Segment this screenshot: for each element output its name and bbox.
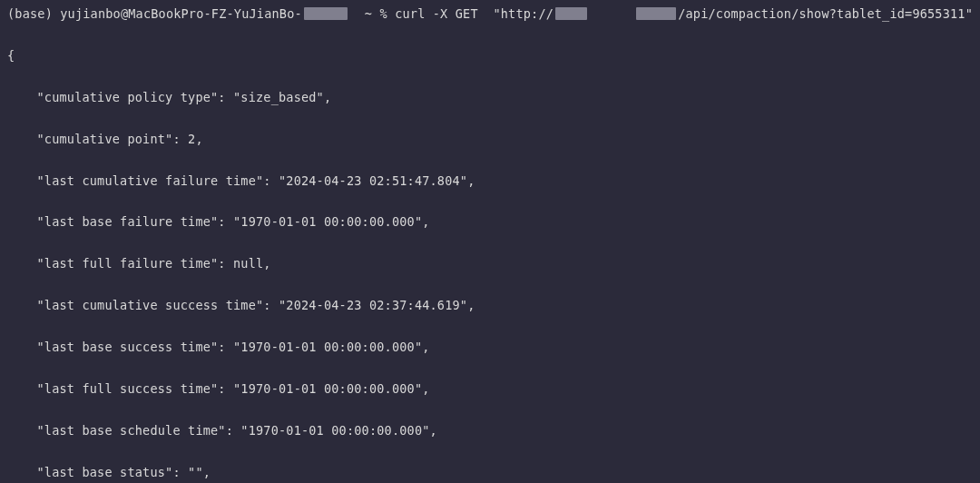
user-host: yujianbo@MacBookPro-FZ-YuJianBo-	[60, 4, 302, 25]
json-line: "last cumulative success time": "2024-04…	[7, 295, 973, 316]
command-start: curl -X GET "http://	[395, 4, 554, 25]
json-line: "last base status": "",	[7, 462, 973, 483]
json-line: "last base schedule time": "1970-01-01 0…	[7, 420, 973, 441]
conda-env: (base)	[7, 4, 53, 25]
command-end: /api/compaction/show?tablet_id=9655311"	[678, 4, 973, 25]
json-line: "last cumulative failure time": "2024-04…	[7, 171, 973, 192]
command-prompt[interactable]: (base) yujianbo@MacBookPro-FZ-YuJianBo- …	[7, 4, 973, 25]
json-line: "cumulative policy type": "size_based",	[7, 87, 973, 108]
terminal-output[interactable]: { "cumulative policy type": "size_based"…	[7, 25, 973, 483]
json-line: "cumulative point": 2,	[7, 129, 973, 150]
json-line: "last full success time": "1970-01-01 00…	[7, 379, 973, 399]
redacted-hostname-suffix	[304, 7, 348, 20]
redacted-host-1	[555, 7, 587, 20]
json-line: "last base failure time": "1970-01-01 00…	[7, 212, 973, 232]
json-open-brace: {	[7, 45, 973, 66]
json-line: "last base success time": "1970-01-01 00…	[7, 337, 973, 358]
path-separator: ~ %	[365, 4, 387, 25]
json-line: "last full failure time": null,	[7, 253, 973, 274]
redacted-host-2	[636, 7, 676, 20]
